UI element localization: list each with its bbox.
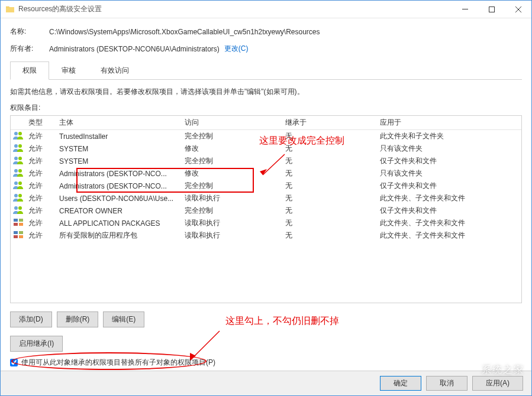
name-label: 名称: (10, 27, 49, 37)
cell-principal: Administrators (DESKTOP-NCO... (57, 182, 182, 190)
table-row[interactable]: 允许SYSTEM完全控制无仅子文件夹和文件 (11, 155, 521, 167)
tab-strip: 权限 审核 有效访问 (10, 61, 522, 80)
table-row[interactable]: 允许TrustedInstaller完全控制无此文件夹和子文件夹 (11, 130, 521, 142)
svg-rect-21 (19, 223, 23, 226)
apply-button[interactable]: 应用(A) (472, 376, 523, 391)
cell-applies: 仅子文件夹和文件 (378, 156, 521, 166)
svg-rect-19 (19, 219, 23, 222)
replace-child-permissions-checkbox[interactable] (10, 359, 18, 366)
svg-point-5 (18, 132, 22, 135)
dialog-footer: 确定 取消 应用(A) (1, 371, 531, 395)
col-type[interactable]: 类型 (26, 118, 57, 128)
cell-inherit: 无 (283, 181, 378, 191)
col-principal[interactable]: 主体 (57, 118, 182, 128)
svg-rect-24 (14, 235, 18, 238)
svg-rect-22 (14, 231, 18, 234)
cell-access: 修改 (182, 144, 283, 154)
cell-applies: 此文件夹、子文件夹和文件 (378, 218, 521, 228)
svg-point-8 (14, 157, 18, 160)
svg-point-7 (18, 144, 22, 148)
table-row[interactable]: 允许Administrators (DESKTOP-NCO...修改无只有该文件… (11, 167, 521, 180)
cancel-button[interactable]: 取消 (426, 376, 467, 391)
close-button[interactable] (505, 1, 531, 18)
svg-point-17 (18, 206, 22, 210)
cell-access: 完全控制 (182, 206, 283, 216)
svg-rect-23 (19, 231, 23, 234)
cell-access: 修改 (182, 168, 283, 178)
table-row[interactable]: 允许ALL APPLICATION PACKAGES读取和执行无此文件夹、子文件… (11, 217, 521, 229)
cell-inherit: 无 (283, 131, 378, 141)
cell-applies: 只有该文件夹 (378, 168, 521, 178)
svg-point-14 (14, 194, 18, 197)
cell-applies: 此文件夹和子文件夹 (378, 131, 521, 141)
packages-icon (11, 218, 26, 229)
svg-point-11 (18, 169, 22, 173)
svg-rect-25 (19, 235, 23, 238)
svg-rect-0 (462, 9, 468, 9)
table-row[interactable]: 允许Administrators (DESKTOP-NCO...完全控制无仅子文… (11, 180, 521, 192)
svg-rect-20 (14, 223, 18, 226)
users-icon (11, 180, 26, 191)
owner-row: 所有者: Administrators (DESKTOP-NCON6UA\Adm… (10, 44, 522, 54)
cell-type: 允许 (26, 218, 57, 228)
table-row[interactable]: 允许所有受限制的应用程序包读取和执行无此文件夹、子文件夹和文件 (11, 229, 521, 242)
maximize-button[interactable] (478, 1, 505, 18)
advanced-security-window: Resources的高级安全设置 名称: C:\Windows\SystemAp… (0, 0, 532, 396)
cell-type: 允许 (26, 206, 57, 216)
maximize-icon (489, 7, 495, 12)
owner-label: 所有者: (10, 44, 49, 54)
dialog-body: 名称: C:\Windows\SystemApps\Microsoft.Xbox… (1, 18, 531, 371)
cell-applies: 此文件夹、子文件夹和文件 (378, 231, 521, 241)
cell-type: 允许 (26, 168, 57, 178)
titlebar[interactable]: Resources的高级安全设置 (1, 1, 531, 18)
svg-point-4 (14, 132, 18, 135)
inherit-button-row: 启用继承(I) (10, 336, 522, 352)
change-owner-link[interactable]: 更改(C) (224, 44, 249, 54)
remove-button[interactable]: 删除(R) (57, 311, 99, 327)
svg-point-13 (18, 181, 22, 185)
tab-permissions[interactable]: 权限 (10, 61, 49, 80)
users-icon (11, 131, 26, 142)
cell-inherit: 无 (283, 156, 378, 166)
tab-effective-access[interactable]: 有效访问 (88, 61, 141, 80)
col-access[interactable]: 访问 (182, 118, 283, 128)
cell-applies: 此文件夹、子文件夹和文件 (378, 193, 521, 203)
cell-access: 完全控制 (182, 156, 283, 166)
cell-type: 允许 (26, 144, 57, 154)
svg-rect-18 (14, 219, 18, 222)
packages-icon (11, 230, 26, 241)
table-row[interactable]: 允许Users (DESKTOP-NCON6UA\Use...读取和执行无此文件… (11, 192, 521, 205)
cell-access: 完全控制 (182, 181, 283, 191)
add-button[interactable]: 添加(D) (10, 311, 52, 327)
edit-button[interactable]: 编辑(E) (103, 311, 144, 327)
cell-principal: SYSTEM (57, 145, 182, 153)
col-inherit[interactable]: 继承于 (283, 118, 378, 128)
table-row[interactable]: 允许SYSTEM修改无只有该文件夹 (11, 142, 521, 155)
svg-point-16 (14, 206, 18, 210)
entries-label: 权限条目: (10, 103, 522, 113)
table-row[interactable]: 允许CREATOR OWNER完全控制无仅子文件夹和文件 (11, 205, 521, 217)
minimize-icon (462, 9, 468, 9)
cell-inherit: 无 (283, 218, 378, 228)
cell-type: 允许 (26, 231, 57, 241)
cell-principal: ALL APPLICATION PACKAGES (57, 219, 182, 228)
cell-access: 读取和执行 (182, 218, 283, 228)
cell-applies: 仅子文件夹和文件 (378, 206, 521, 216)
cell-inherit: 无 (283, 168, 378, 178)
replace-child-permissions-row: 使用可从此对象继承的权限项目替换所有子对象的权限项目(P) (10, 358, 522, 368)
owner-value: Administrators (DESKTOP-NCON6UA\Administ… (49, 45, 220, 53)
ok-button[interactable]: 确定 (380, 376, 421, 391)
col-applies[interactable]: 应用于 (378, 118, 521, 128)
svg-point-9 (18, 157, 22, 160)
cell-applies: 只有该文件夹 (378, 144, 521, 154)
users-icon (11, 143, 26, 154)
cell-inherit: 无 (283, 206, 378, 216)
users-icon (11, 168, 26, 179)
users-icon (11, 155, 26, 167)
minimize-button[interactable] (452, 1, 478, 18)
cell-principal: TrustedInstaller (57, 132, 182, 141)
tab-auditing[interactable]: 审核 (49, 61, 88, 80)
enable-inheritance-button[interactable]: 启用继承(I) (10, 336, 63, 352)
close-icon (515, 7, 521, 12)
window-title: Resources的高级安全设置 (18, 4, 452, 14)
